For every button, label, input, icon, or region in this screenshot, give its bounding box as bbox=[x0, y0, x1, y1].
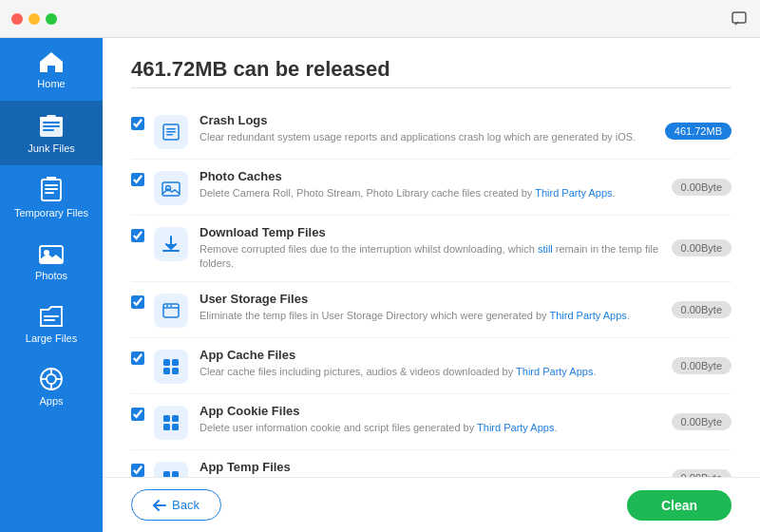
item-icon-photo-caches bbox=[162, 179, 180, 198]
item-title-app-temp: App Temp Files bbox=[200, 460, 660, 474]
item-checkbox-photo-caches[interactable] bbox=[131, 173, 144, 186]
item-icon-wrap-app-temp bbox=[154, 462, 188, 477]
item-size-user-storage: 0.00Byte bbox=[672, 301, 732, 318]
apps-icon bbox=[39, 367, 64, 391]
back-button[interactable]: Back bbox=[131, 489, 221, 521]
item-text-download-temp: Download Temp Files Remove corrupted fil… bbox=[200, 225, 660, 272]
item-checkbox-app-cache[interactable] bbox=[131, 352, 144, 365]
item-size-download-temp: 0.00Byte bbox=[672, 239, 732, 256]
item-size-photo-caches: 0.00Byte bbox=[672, 179, 732, 196]
titlebar-right bbox=[732, 11, 749, 27]
svg-rect-29 bbox=[172, 368, 179, 374]
item-title-photo-caches: Photo Caches bbox=[200, 169, 660, 183]
svg-rect-9 bbox=[45, 188, 58, 190]
item-size-crash-logs: 461.72MB bbox=[665, 123, 732, 140]
svg-point-24 bbox=[166, 305, 168, 307]
svg-rect-8 bbox=[45, 184, 58, 186]
junk-files-icon bbox=[39, 112, 64, 139]
photos-icon bbox=[39, 241, 64, 266]
list-item: User Storage Files Eliminate the temp fi… bbox=[131, 282, 732, 338]
svg-rect-27 bbox=[172, 359, 179, 366]
item-size-app-cookie: 0.00Byte bbox=[672, 413, 732, 430]
items-list: Crash Logs Clear redundant system usage … bbox=[131, 104, 732, 477]
item-checkbox-app-temp[interactable] bbox=[131, 464, 144, 477]
svg-point-16 bbox=[47, 374, 56, 384]
svg-rect-6 bbox=[40, 117, 63, 121]
clean-button[interactable]: Clean bbox=[627, 490, 732, 521]
sidebar-label-junk-files: Junk Files bbox=[28, 142, 75, 154]
item-icon-wrap-app-cache bbox=[154, 350, 188, 384]
item-icon-wrap-photo-caches bbox=[154, 171, 188, 205]
svg-rect-10 bbox=[45, 192, 54, 194]
svg-rect-4 bbox=[43, 129, 54, 131]
sidebar-item-home[interactable]: Home bbox=[0, 38, 103, 101]
sidebar-label-large-files: Large Files bbox=[26, 332, 77, 344]
minimize-button[interactable] bbox=[28, 13, 40, 25]
title-divider bbox=[131, 87, 732, 88]
item-checkbox-user-storage[interactable] bbox=[131, 295, 144, 309]
svg-rect-28 bbox=[163, 368, 170, 374]
item-icon-wrap-app-cookie bbox=[154, 406, 188, 440]
item-text-app-cache: App Cache Files Clear cache files includ… bbox=[200, 348, 660, 379]
item-text-app-temp: App Temp Files Wipe Third Party Apps' te… bbox=[200, 460, 660, 477]
list-item: App Cache Files Clear cache files includ… bbox=[131, 338, 732, 394]
svg-rect-14 bbox=[44, 319, 55, 321]
item-checkbox-crash-logs[interactable] bbox=[131, 117, 144, 130]
footer: Back Clean bbox=[103, 477, 760, 532]
item-checkbox-download-temp[interactable] bbox=[131, 229, 144, 242]
sidebar-item-junk-files[interactable]: Junk Files bbox=[0, 101, 103, 165]
temporary-files-icon bbox=[39, 177, 64, 203]
item-title-user-storage: User Storage Files bbox=[200, 292, 660, 306]
item-icon-app-temp bbox=[162, 469, 180, 477]
svg-rect-19 bbox=[166, 131, 176, 133]
svg-rect-1 bbox=[40, 119, 63, 137]
app-container: Home Junk Files bbox=[0, 0, 760, 532]
item-icon-wrap-crash-logs bbox=[154, 115, 188, 149]
titlebar bbox=[0, 0, 760, 38]
page-title: 461.72MB can be released bbox=[131, 57, 732, 82]
chat-icon[interactable] bbox=[732, 11, 749, 27]
item-icon-app-cookie bbox=[162, 413, 180, 432]
item-icon-wrap-user-storage bbox=[154, 294, 188, 328]
svg-rect-0 bbox=[732, 12, 746, 23]
svg-rect-33 bbox=[172, 424, 179, 430]
item-size-app-cache: 0.00Byte bbox=[672, 357, 732, 374]
maximize-button[interactable] bbox=[46, 13, 57, 25]
sidebar-label-apps: Apps bbox=[39, 395, 63, 407]
item-desc-user-storage: Eliminate the temp files in User Storage… bbox=[200, 309, 660, 323]
content-inner: 461.72MB can be released Crash Logs Clea… bbox=[103, 38, 760, 477]
sidebar-item-photos[interactable]: Photos bbox=[0, 230, 103, 293]
item-text-app-cookie: App Cookie Files Delete user information… bbox=[200, 404, 660, 435]
sidebar-item-large-files[interactable]: Large Files bbox=[0, 293, 103, 355]
traffic-lights bbox=[11, 13, 57, 25]
svg-rect-18 bbox=[166, 128, 176, 130]
svg-rect-13 bbox=[44, 315, 59, 317]
item-desc-photo-caches: Delete Camera Roll, Photo Stream, Photo … bbox=[200, 186, 660, 200]
sidebar-label-home: Home bbox=[37, 78, 65, 89]
item-text-user-storage: User Storage Files Eliminate the temp fi… bbox=[200, 292, 660, 323]
item-icon-download-temp bbox=[162, 235, 180, 254]
item-icon-app-cache bbox=[162, 357, 180, 376]
svg-rect-3 bbox=[43, 125, 60, 127]
item-desc-crash-logs: Clear redundant system usage reports and… bbox=[200, 130, 654, 144]
item-desc-app-cookie: Delete user information cookie and scrip… bbox=[200, 421, 660, 435]
sidebar-item-apps[interactable]: Apps bbox=[0, 355, 103, 418]
item-desc-app-cache: Clear cache files including pictures, au… bbox=[200, 365, 660, 379]
item-title-app-cookie: App Cookie Files bbox=[200, 404, 660, 418]
svg-point-25 bbox=[170, 305, 172, 307]
list-item: Download Temp Files Remove corrupted fil… bbox=[131, 216, 732, 282]
home-icon bbox=[38, 49, 65, 74]
close-button[interactable] bbox=[11, 13, 23, 25]
large-files-icon bbox=[39, 304, 64, 329]
sidebar-item-temporary-files[interactable]: Temporary Files bbox=[0, 165, 103, 230]
item-checkbox-app-cookie[interactable] bbox=[131, 408, 144, 421]
svg-rect-30 bbox=[163, 415, 170, 422]
svg-rect-26 bbox=[163, 359, 170, 366]
sidebar: Home Junk Files bbox=[0, 0, 103, 532]
item-size-app-temp: 0.00Byte bbox=[672, 469, 732, 477]
clean-label: Clean bbox=[661, 498, 697, 513]
back-label: Back bbox=[172, 498, 200, 512]
list-item: App Cookie Files Delete user information… bbox=[131, 394, 732, 450]
svg-rect-2 bbox=[43, 122, 60, 124]
svg-rect-20 bbox=[166, 134, 173, 136]
